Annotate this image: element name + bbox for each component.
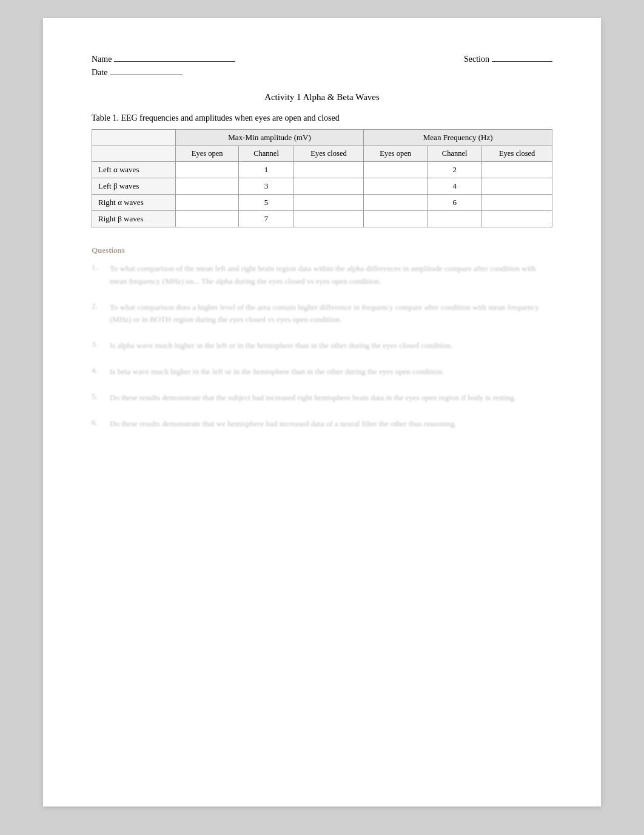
section-line	[492, 61, 552, 62]
channel1-3: 7	[239, 211, 293, 227]
row-label-1: Left β waves	[92, 178, 176, 195]
page: Name Section Date Activity 1 Alpha & Bet…	[43, 18, 601, 806]
eyes-closed-freq-0	[482, 162, 552, 178]
question-item-3: 3.Is alpha wave much higher in the left …	[92, 340, 552, 352]
question-number-6: 6.	[92, 418, 104, 431]
question-number-2: 2.	[92, 301, 104, 327]
channel1-2: 5	[239, 195, 293, 211]
question-item-1: 1.To what comparison of the mean left an…	[92, 263, 552, 288]
question-item-4: 4.Is beta wave much higher in the left o…	[92, 366, 552, 378]
subheader-eyes-closed-1: Eyes closed	[293, 146, 364, 162]
eyes-open-amp-0	[175, 162, 239, 178]
eyes-open-freq-3	[364, 211, 428, 227]
table-caption: Table 1. EEG frequencies and amplitudes …	[92, 113, 552, 123]
channel2-2: 6	[428, 195, 482, 211]
channel2-0: 2	[428, 162, 482, 178]
name-label: Name	[92, 55, 112, 64]
channel2-3	[428, 211, 482, 227]
eyes-open-amp-2	[175, 195, 239, 211]
name-line	[114, 61, 235, 62]
table-row: Right α waves56	[92, 195, 552, 211]
amplitude-group-header: Max-Min amplitude (mV)	[175, 130, 364, 146]
date-field: Date	[92, 68, 552, 78]
subheader-channel-2: Channel	[428, 146, 482, 162]
eyes-closed-freq-1	[482, 178, 552, 195]
table-row: Right β waves7	[92, 211, 552, 227]
question-number-5: 5.	[92, 392, 104, 404]
channel1-1: 3	[239, 178, 293, 195]
section-label: Section	[464, 55, 489, 64]
questions-label: Questions	[92, 246, 552, 255]
name-field: Name	[92, 55, 235, 64]
question-text-5: Do these results demonstrate that the su…	[110, 392, 552, 404]
eyes-closed-amp-3	[293, 211, 364, 227]
eyes-open-freq-2	[364, 195, 428, 211]
eyes-closed-freq-3	[482, 211, 552, 227]
question-text-3: Is alpha wave much higher in the left or…	[110, 340, 552, 352]
questions-section: Questions 1.To what comparison of the me…	[92, 246, 552, 430]
questions-list: 1.To what comparison of the mean left an…	[92, 263, 552, 430]
eyes-closed-amp-2	[293, 195, 364, 211]
question-text-4: Is beta wave much higher in the left or …	[110, 366, 552, 378]
eyes-open-amp-3	[175, 211, 239, 227]
eyes-open-freq-1	[364, 178, 428, 195]
question-text-6: Do these results demonstrate that we hem…	[110, 418, 552, 431]
channel1-0: 1	[239, 162, 293, 178]
row-label-2: Right α waves	[92, 195, 176, 211]
date-line	[110, 75, 183, 75]
table-row: Left β waves34	[92, 178, 552, 195]
eyes-open-amp-1	[175, 178, 239, 195]
subheader-eyes-open-1: Eyes open	[175, 146, 239, 162]
question-item-2: 2.To what comparison does a higher level…	[92, 301, 552, 327]
question-number-1: 1.	[92, 263, 104, 288]
eeg-table: Max-Min amplitude (mV) Mean Frequency (H…	[92, 129, 552, 227]
section-field: Section	[464, 55, 552, 64]
subheader-channel-1: Channel	[239, 146, 293, 162]
eyes-open-freq-0	[364, 162, 428, 178]
date-label: Date	[92, 68, 107, 78]
frequency-group-header: Mean Frequency (Hz)	[364, 130, 552, 146]
eyes-closed-freq-2	[482, 195, 552, 211]
question-text-2: To what comparison does a higher level o…	[110, 301, 552, 327]
eyes-closed-amp-0	[293, 162, 364, 178]
question-item-5: 5.Do these results demonstrate that the …	[92, 392, 552, 404]
subheader-eyes-open-2: Eyes open	[364, 146, 428, 162]
channel2-1: 4	[428, 178, 482, 195]
table-empty-subheader	[92, 146, 176, 162]
row-label-3: Right β waves	[92, 211, 176, 227]
page-title: Activity 1 Alpha & Beta Waves	[92, 92, 552, 102]
table-empty-header	[92, 130, 176, 146]
question-number-3: 3.	[92, 340, 104, 352]
table-row: Left α waves12	[92, 162, 552, 178]
question-item-6: 6.Do these results demonstrate that we h…	[92, 418, 552, 431]
row-label-0: Left α waves	[92, 162, 176, 178]
question-text-1: To what comparison of the mean left and …	[110, 263, 552, 288]
question-number-4: 4.	[92, 366, 104, 378]
subheader-eyes-closed-2: Eyes closed	[482, 146, 552, 162]
eyes-closed-amp-1	[293, 178, 364, 195]
header-top-row: Name Section	[92, 55, 552, 64]
